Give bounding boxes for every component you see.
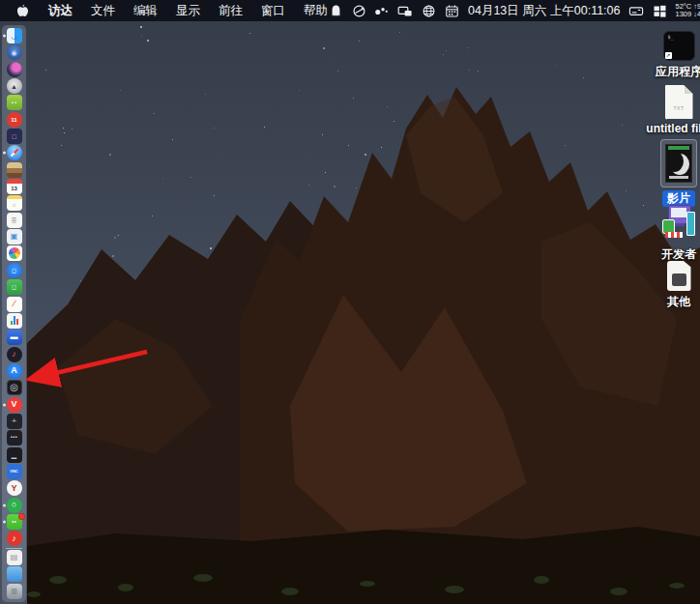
desktop-icon-movies[interactable]: 影片 <box>642 139 700 207</box>
compass-slash-icon[interactable] <box>351 3 366 18</box>
menu-item-finder[interactable]: 访达 <box>48 3 73 19</box>
photos-app-icon <box>7 245 22 261</box>
menu-item-go[interactable]: 前往 <box>219 3 243 19</box>
dock-item-app-night-pink[interactable] <box>2 62 26 77</box>
menu-item-file[interactable]: 文件 <box>91 3 115 19</box>
screenshot-tool-icon: ◎ <box>7 380 22 395</box>
app-red-badge-icon: 11 <box>7 112 22 128</box>
running-indicator <box>3 503 6 506</box>
dock-item-photo-landscape[interactable] <box>2 162 26 178</box>
apple-logo-icon[interactable] <box>15 3 30 18</box>
app-green-ring-icon: ○ <box>7 498 22 513</box>
other-icon <box>667 261 691 291</box>
untitled-file-icon: TXT <box>665 85 693 119</box>
window-panes-icon[interactable] <box>652 3 667 18</box>
running-indicator <box>3 403 6 406</box>
dock-item-app-chat-blue[interactable]: ◻ <box>2 263 26 278</box>
app-rocket-silver-icon: ▲ <box>7 78 22 94</box>
vivaldi-browser-icon: V <box>7 397 22 413</box>
desktop-icon-developer[interactable]: 开发者 <box>642 203 700 263</box>
android-emulator-icon: • • <box>7 95 22 110</box>
dock: ◡◉▲• •11□13≡≣▣◻◻∕▬♪A◎V+⋯▁VNCY○●●♪▤▥ <box>2 25 26 602</box>
dock-item-app-green-square[interactable]: ◻ <box>2 279 26 295</box>
dock-item-app-y-white[interactable]: Y <box>2 480 26 496</box>
dock-item-app-red-badge[interactable]: 11 <box>2 112 26 128</box>
dock-item-preview-app[interactable]: ▣ <box>2 229 26 244</box>
dock-item-numbers-app[interactable] <box>2 313 26 329</box>
dock-item-app-dark-tools[interactable]: + <box>2 414 26 429</box>
dock-divider <box>6 548 22 549</box>
keynote-app-icon: ▬ <box>7 330 22 345</box>
menu-bar: 访达文件编辑显示前往窗口帮助 04月13日 周六 上午00:11:06 52°C… <box>0 0 700 21</box>
desktop-icon-label: untitled file. <box>646 122 700 135</box>
dock-item-photos-app[interactable] <box>2 245 26 261</box>
desktop-icon-other[interactable]: 其他 <box>642 261 700 310</box>
dock-item-notes-app[interactable]: ≡ <box>2 195 26 211</box>
calendar-app-icon: 13 <box>7 179 22 194</box>
system-stats: 52°C ↑9.0KB/ 1309 ↓4.5KB/ <box>675 3 700 18</box>
applications-icon: $_↗ <box>663 31 695 61</box>
dock-item-music-app[interactable]: ♪ <box>2 347 26 362</box>
dock-item-downloads-folder[interactable] <box>2 566 26 582</box>
menu-item-help[interactable]: 帮助 <box>304 3 328 19</box>
app-night-pink-icon <box>7 62 22 77</box>
dock-item-app-dark-terminal[interactable]: ▁ <box>2 447 26 463</box>
desktop-icon-applications[interactable]: $_↗应用程序 <box>642 31 700 80</box>
running-indicator <box>3 520 6 523</box>
dots-icon[interactable] <box>374 3 390 18</box>
dock-item-wechat[interactable]: ●● <box>2 514 26 530</box>
qq-icon[interactable] <box>328 3 343 18</box>
menu-item-view[interactable]: 显示 <box>176 3 200 19</box>
notification-badge <box>18 513 25 520</box>
app-y-white-icon: Y <box>7 480 22 496</box>
archive-document-icon: ▤ <box>7 550 22 565</box>
dock-item-finder[interactable]: ◡ <box>2 28 26 43</box>
calendar-icon[interactable] <box>444 3 459 18</box>
dock-item-keynote-app[interactable]: ▬ <box>2 330 26 345</box>
dock-item-app-green-ring[interactable]: ○ <box>2 498 26 513</box>
running-indicator <box>3 35 6 38</box>
finder-icon: ◡ <box>7 28 22 43</box>
running-indicator <box>3 152 6 155</box>
dock-item-textedit-app[interactable]: ≣ <box>2 213 26 228</box>
trash-icon: ▥ <box>7 584 22 599</box>
dock-item-app-doc-pen[interactable]: ∕ <box>2 297 26 312</box>
globe-icon[interactable] <box>421 3 436 18</box>
dock-item-android-emulator[interactable]: • • <box>2 95 26 110</box>
dock-item-app-blue-vnc[interactable]: VNC <box>2 464 26 479</box>
dock-item-screenshot-tool[interactable]: ◎ <box>2 380 26 395</box>
dock-item-app-dark-dots[interactable]: ⋯ <box>2 430 26 446</box>
app-store-icon: A <box>7 363 22 379</box>
music-app-icon: ♪ <box>7 347 22 362</box>
dock-item-vivaldi-browser[interactable]: V <box>2 397 26 413</box>
photo-landscape-icon <box>7 162 22 178</box>
desktop-icon-untitled-file[interactable]: TXTuntitled file. <box>642 85 700 135</box>
rock-formation <box>0 0 700 604</box>
dock-item-app-monitor-dark[interactable]: □ <box>2 129 26 144</box>
app-dark-tools-icon: + <box>7 414 22 429</box>
numbers-app-icon <box>7 313 22 329</box>
dock-item-netease-music[interactable]: ♪ <box>2 531 26 546</box>
screen-mirroring-icon[interactable] <box>397 3 413 18</box>
movies-icon <box>665 144 692 183</box>
netease-music-icon: ♪ <box>7 531 22 546</box>
downloads-folder-icon <box>7 566 22 582</box>
dock-item-app-rocket-silver[interactable]: ▲ <box>2 78 26 94</box>
menu-bar-clock[interactable]: 04月13日 周六 上午00:11:06 <box>468 3 620 19</box>
notes-app-icon: ≡ <box>7 195 22 211</box>
stats-fan-download: 1309 ↓4.5KB/ <box>675 11 700 18</box>
safari-icon <box>7 145 22 160</box>
dock-item-safari[interactable] <box>2 145 26 160</box>
menu-item-window[interactable]: 窗口 <box>261 3 285 19</box>
display-icon[interactable] <box>628 3 644 18</box>
dock-item-archive-document[interactable]: ▤ <box>2 550 26 565</box>
preview-app-icon: ▣ <box>7 229 22 244</box>
dock-item-app-store[interactable]: A <box>2 363 26 379</box>
dock-item-trash[interactable]: ▥ <box>2 584 26 599</box>
dock-item-calendar-app[interactable]: 13 <box>2 179 26 194</box>
menu-item-edit[interactable]: 编辑 <box>133 3 158 19</box>
desktop-icon-label: 应用程序 <box>656 64 700 80</box>
app-dark-terminal-icon: ▁ <box>7 447 22 463</box>
dock-item-app-emblem-blue[interactable]: ◉ <box>2 44 26 60</box>
app-green-square-icon: ◻ <box>7 279 22 295</box>
